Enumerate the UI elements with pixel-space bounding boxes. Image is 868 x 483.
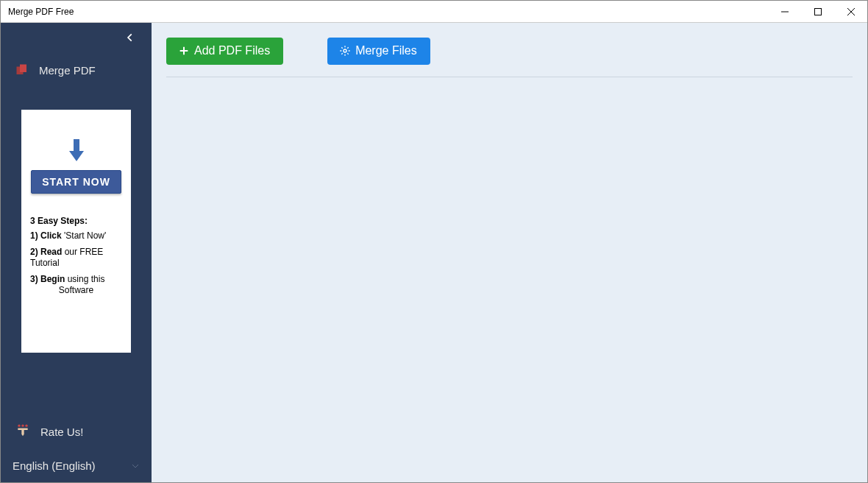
chevron-down-icon — [131, 462, 140, 470]
rate-us-label: Rate Us! — [40, 426, 83, 438]
minimize-button[interactable] — [768, 1, 801, 22]
sidebar-collapse-button[interactable] — [1, 23, 152, 52]
window-controls — [768, 1, 867, 22]
close-icon — [847, 8, 855, 15]
sidebar: Merge PDF START NOW 3 Easy Steps: 1) Cli… — [1, 23, 152, 482]
promo-card: START NOW 3 Easy Steps: 1) Click 'Start … — [21, 110, 131, 353]
language-selector[interactable]: English (English) — [1, 449, 152, 482]
main-area: Add PDF Files Merge Files — [152, 23, 867, 482]
sidebar-item-merge-pdf[interactable]: Merge PDF — [1, 52, 152, 88]
arrow-down-icon — [68, 138, 85, 167]
chevron-left-icon — [125, 32, 135, 43]
titlebar: Merge PDF Free — [1, 1, 867, 23]
svg-point-9 — [25, 425, 27, 427]
toolbar: Add PDF Files Merge Files — [166, 38, 853, 77]
promo-steps: 3 Easy Steps: 1) Click 'Start Now' 2) Re… — [29, 216, 124, 301]
svg-rect-6 — [74, 139, 79, 151]
sidebar-item-rate-us[interactable]: Rate Us! — [1, 414, 152, 449]
close-button[interactable] — [834, 1, 867, 22]
maximize-button[interactable] — [801, 1, 834, 22]
step-2: 2) Read our FREE Tutorial — [30, 247, 122, 269]
merge-files-label: Merge Files — [355, 44, 417, 57]
step-1: 1) Click 'Start Now' — [30, 230, 122, 242]
svg-point-11 — [344, 49, 346, 52]
svg-point-7 — [18, 425, 20, 427]
svg-rect-10 — [18, 429, 27, 431]
merge-icon — [15, 63, 29, 77]
step-3: 3) Begin using this Software — [30, 274, 122, 297]
minimize-icon — [781, 8, 789, 15]
start-now-button[interactable]: START NOW — [31, 170, 121, 194]
merge-files-button[interactable]: Merge Files — [327, 38, 430, 65]
language-label: English (English) — [13, 459, 96, 472]
content: Merge PDF START NOW 3 Easy Steps: 1) Cli… — [1, 23, 867, 482]
window-title: Merge PDF Free — [8, 7, 74, 17]
steps-title: 3 Easy Steps: — [30, 216, 122, 226]
gear-icon — [339, 45, 351, 57]
svg-point-8 — [21, 425, 24, 427]
sidebar-item-label: Merge PDF — [39, 64, 96, 77]
svg-rect-5 — [20, 65, 26, 73]
rate-icon — [15, 423, 30, 440]
svg-rect-1 — [814, 8, 821, 15]
add-pdf-files-button[interactable]: Add PDF Files — [166, 38, 283, 65]
plus-icon — [178, 45, 190, 57]
maximize-icon — [814, 8, 822, 15]
add-pdf-files-label: Add PDF Files — [194, 44, 270, 57]
